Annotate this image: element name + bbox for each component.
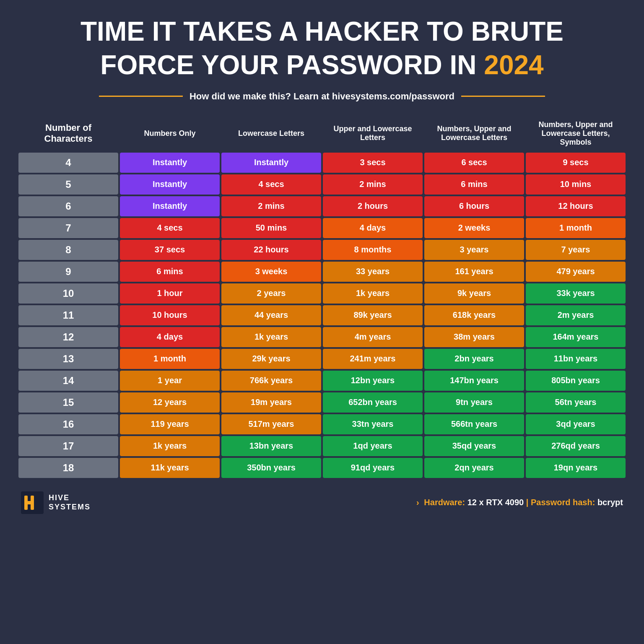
footer-info: › Hardware: 12 x RTX 4090 | Password has… <box>416 498 623 507</box>
cell-r6-c3: 9k years <box>424 283 524 304</box>
cell-r1-c0: Instantly <box>120 174 220 195</box>
cell-r14-c3: 2qn years <box>424 458 524 478</box>
cell-r14-c4: 19qn years <box>526 458 626 478</box>
cell-r4-c0: 37 secs <box>120 240 220 260</box>
footer-hash-value: bcrypt <box>597 498 623 507</box>
cell-r0-c3: 6 secs <box>424 153 524 173</box>
svg-rect-3 <box>24 501 34 504</box>
row-header-18: 18 <box>18 458 118 478</box>
cell-r11-c4: 56tn years <box>526 392 626 413</box>
logo-text: HIVE SYSTEMS <box>49 493 91 512</box>
cell-r2-c0: Instantly <box>120 196 220 216</box>
title-line1: TIME IT TAKES A HACKER TO BRUTE <box>80 17 564 46</box>
cell-r9-c3: 2bn years <box>424 349 524 369</box>
table-row: 171k years13bn years1qd years35qd years2… <box>18 436 626 456</box>
cell-r8-c4: 164m years <box>526 327 626 347</box>
cell-r12-c3: 566tn years <box>424 414 524 434</box>
cell-r3-c4: 1 month <box>526 218 626 238</box>
subtitle-text: How did we make this? Learn at hivesyste… <box>190 91 454 102</box>
table-row: 5Instantly4 secs2 mins6 mins10 mins <box>18 174 626 195</box>
cell-r4-c4: 7 years <box>526 240 626 260</box>
subtitle-bar: How did we make this? Learn at hivesyste… <box>17 91 627 102</box>
cell-r10-c2: 12bn years <box>323 371 423 391</box>
cell-r3-c3: 2 weeks <box>424 218 524 238</box>
footer: HIVE SYSTEMS › Hardware: 12 x RTX 4090 |… <box>17 491 627 514</box>
cell-r12-c2: 33tn years <box>323 414 423 434</box>
row-header-5: 5 <box>18 174 118 195</box>
cell-r7-c1: 44 years <box>221 305 321 325</box>
cell-r5-c3: 161 years <box>424 262 524 282</box>
cell-r10-c3: 147bn years <box>424 371 524 391</box>
cell-r9-c0: 1 month <box>120 349 220 369</box>
cell-r14-c1: 350bn years <box>221 458 321 478</box>
row-header-4: 4 <box>18 153 118 173</box>
table-row: 16119 years517m years33tn years566tn yea… <box>18 414 626 434</box>
cell-r14-c2: 91qd years <box>323 458 423 478</box>
cell-r12-c0: 119 years <box>120 414 220 434</box>
cell-r3-c0: 4 secs <box>120 218 220 238</box>
cell-r11-c0: 12 years <box>120 392 220 413</box>
table-row: 74 secs50 mins4 days2 weeks1 month <box>18 218 626 238</box>
cell-r2-c2: 2 hours <box>323 196 423 216</box>
table-row: 124 days1k years4m years38m years164m ye… <box>18 327 626 347</box>
cell-r10-c4: 805bn years <box>526 371 626 391</box>
row-header-9: 9 <box>18 262 118 282</box>
table-row: 101 hour2 years1k years9k years33k years <box>18 283 626 304</box>
cell-r4-c1: 22 hours <box>221 240 321 260</box>
table-row: 141 year766k years12bn years147bn years8… <box>18 371 626 391</box>
password-table: Number of Characters Numbers Only Lowerc… <box>17 114 627 480</box>
cell-r5-c4: 479 years <box>526 262 626 282</box>
cell-r6-c2: 1k years <box>323 283 423 304</box>
cell-r6-c4: 33k years <box>526 283 626 304</box>
footer-hash-label: | Password hash: <box>526 498 597 507</box>
cell-r7-c0: 10 hours <box>120 305 220 325</box>
row-header-12: 12 <box>18 327 118 347</box>
cell-r6-c0: 1 hour <box>120 283 220 304</box>
table-row: 131 month29k years241m years2bn years11b… <box>18 349 626 369</box>
cell-r13-c1: 13bn years <box>221 436 321 456</box>
title: TIME IT TAKES A HACKER TO BRUTE FORCE YO… <box>80 17 564 84</box>
cell-r10-c0: 1 year <box>120 371 220 391</box>
cell-r3-c1: 50 mins <box>221 218 321 238</box>
cell-r11-c1: 19m years <box>221 392 321 413</box>
footer-arrow: › <box>416 498 419 507</box>
footer-hardware-value: 12 x RTX 4090 <box>467 498 524 507</box>
table-row: 1110 hours44 years89k years618k years2m … <box>18 305 626 325</box>
cell-r12-c4: 3qd years <box>526 414 626 434</box>
row-header-17: 17 <box>18 436 118 456</box>
row-header-6: 6 <box>18 196 118 216</box>
table-row: 1512 years19m years652bn years9tn years5… <box>18 392 626 413</box>
cell-r0-c2: 3 secs <box>323 153 423 173</box>
footer-hardware-label: Hardware: <box>424 498 467 507</box>
cell-r8-c0: 4 days <box>120 327 220 347</box>
col-header-numbers: Numbers Only <box>120 116 220 151</box>
cell-r1-c2: 2 mins <box>323 174 423 195</box>
cell-r9-c1: 29k years <box>221 349 321 369</box>
cell-r0-c4: 9 secs <box>526 153 626 173</box>
logo-area: HIVE SYSTEMS <box>21 491 91 514</box>
row-header-16: 16 <box>18 414 118 434</box>
cell-r6-c1: 2 years <box>221 283 321 304</box>
cell-r0-c1: Instantly <box>221 153 321 173</box>
title-line2: FORCE YOUR PASSWORD IN 2024 <box>80 50 564 80</box>
cell-r2-c4: 12 hours <box>526 196 626 216</box>
row-header-11: 11 <box>18 305 118 325</box>
cell-r11-c2: 652bn years <box>323 392 423 413</box>
table-row: 1811k years350bn years91qd years2qn year… <box>18 458 626 478</box>
cell-r12-c1: 517m years <box>221 414 321 434</box>
cell-r14-c0: 11k years <box>120 458 220 478</box>
table-row: 837 secs22 hours8 months3 years7 years <box>18 240 626 260</box>
row-header-13: 13 <box>18 349 118 369</box>
cell-r4-c3: 3 years <box>424 240 524 260</box>
subtitle-line-left <box>99 96 183 97</box>
cell-r5-c2: 33 years <box>323 262 423 282</box>
cell-r7-c2: 89k years <box>323 305 423 325</box>
cell-r2-c1: 2 mins <box>221 196 321 216</box>
col-header-chars: Number of Characters <box>18 116 118 151</box>
cell-r10-c1: 766k years <box>221 371 321 391</box>
cell-r13-c4: 276qd years <box>526 436 626 456</box>
cell-r5-c1: 3 weeks <box>221 262 321 282</box>
cell-r9-c4: 11bn years <box>526 349 626 369</box>
cell-r1-c3: 6 mins <box>424 174 524 195</box>
cell-r7-c4: 2m years <box>526 305 626 325</box>
